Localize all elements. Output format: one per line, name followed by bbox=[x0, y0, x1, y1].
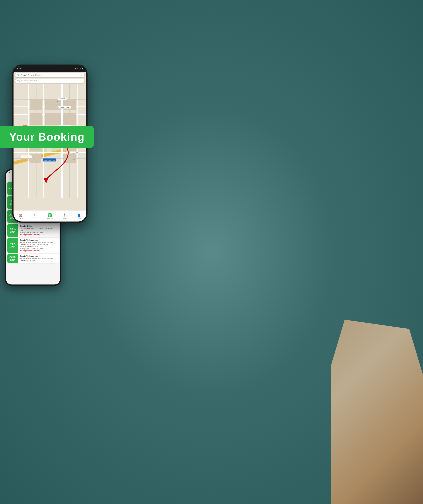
table-row[interactable]: Jun 6,2024 Gaadin Office Corporate Park,… bbox=[7, 224, 59, 237]
search-overlay: 🔍 Sector 142, Noida, Uttar Pra ✕ 🔍 Where… bbox=[13, 72, 86, 84]
profile-label: Profile bbox=[77, 217, 81, 219]
svg-rect-63 bbox=[50, 216, 51, 216]
nav-home[interactable]: 🏠 Home bbox=[13, 213, 28, 219]
trip-label: Trip bbox=[63, 217, 66, 219]
table-row[interactable]: Sep 5,2024 Gaadin Technologies Gaadin | … bbox=[7, 238, 59, 253]
svg-rect-64 bbox=[51, 216, 51, 216]
current-location-text: Sector 142, Noida, Uttar Pra bbox=[21, 74, 79, 76]
hand-decoration bbox=[331, 320, 423, 504]
svg-point-52 bbox=[57, 101, 58, 102]
booking-date-5: Sep 5,2024 bbox=[7, 238, 18, 253]
home-label: Home bbox=[19, 217, 23, 219]
history-label: History bbox=[33, 217, 37, 219]
svg-rect-62 bbox=[49, 216, 49, 216]
trip-icon: 📍 bbox=[62, 213, 66, 217]
left-phone-time: 1:11 bbox=[9, 171, 12, 173]
svg-rect-20 bbox=[30, 113, 42, 125]
svg-rect-30 bbox=[30, 99, 42, 110]
booking-details-4: Gaadin Office Corporate Park, Sector 142… bbox=[18, 224, 59, 237]
location-search-icon: 🔍 bbox=[17, 74, 20, 76]
home-icon: 🏠 bbox=[19, 213, 23, 217]
svg-rect-65 bbox=[50, 216, 51, 216]
bottom-nav: 🏠 Home ⏱ History bbox=[13, 210, 86, 222]
svg-text:BLOSSOM COUNTY ▼: BLOSSOM COUNTY ▼ bbox=[58, 107, 69, 108]
svg-marker-0 bbox=[44, 178, 48, 184]
svg-rect-22 bbox=[64, 113, 76, 125]
destination-placeholder: Where You Want To Go bbox=[21, 80, 83, 82]
destination-search-icon: 🔍 bbox=[17, 80, 20, 82]
nav-trip[interactable]: 📍 Trip bbox=[57, 213, 72, 219]
back-button[interactable]: ← bbox=[8, 176, 11, 179]
profile-icon: 👤 bbox=[77, 213, 81, 217]
nav-profile[interactable]: 👤 Profile bbox=[72, 213, 86, 219]
destination-search-bar[interactable]: 🔍 Where You Want To Go bbox=[15, 78, 84, 83]
qr-icon bbox=[48, 214, 51, 216]
scan-qr-icon-wrapper bbox=[48, 213, 52, 217]
your-booking-label: Your Booking bbox=[0, 126, 94, 148]
booking-details-6: Gaadin Technologies Gaadin | AI-driven E… bbox=[18, 254, 59, 263]
booking-details-5: Gaadin Technologies Gaadin | AI-driven E… bbox=[18, 238, 59, 253]
svg-rect-60 bbox=[51, 214, 51, 215]
history-icon: ⏱ bbox=[34, 213, 37, 217]
booking-date-4: Jun 6,2024 bbox=[7, 224, 18, 237]
table-row[interactable]: Aug 8,2024 Gaadin Technologies Gaadin | … bbox=[7, 254, 59, 263]
right-phone-notch bbox=[42, 65, 58, 69]
booking-date-6: Aug 8,2024 bbox=[7, 254, 18, 263]
svg-rect-67 bbox=[51, 216, 51, 216]
clear-search-icon[interactable]: ✕ bbox=[81, 74, 83, 76]
svg-text:ELEMENT: ELEMENT bbox=[60, 98, 65, 99]
scan-qr-label: Scan QR bbox=[47, 217, 53, 219]
nav-history[interactable]: ⏱ History bbox=[28, 213, 43, 219]
svg-rect-21 bbox=[45, 113, 60, 125]
current-location-search-bar[interactable]: 🔍 Sector 142, Noida, Uttar Pra ✕ bbox=[15, 73, 84, 78]
svg-rect-58 bbox=[49, 214, 49, 215]
svg-rect-66 bbox=[51, 216, 51, 216]
nav-scan-qr[interactable]: Scan QR bbox=[43, 213, 57, 219]
